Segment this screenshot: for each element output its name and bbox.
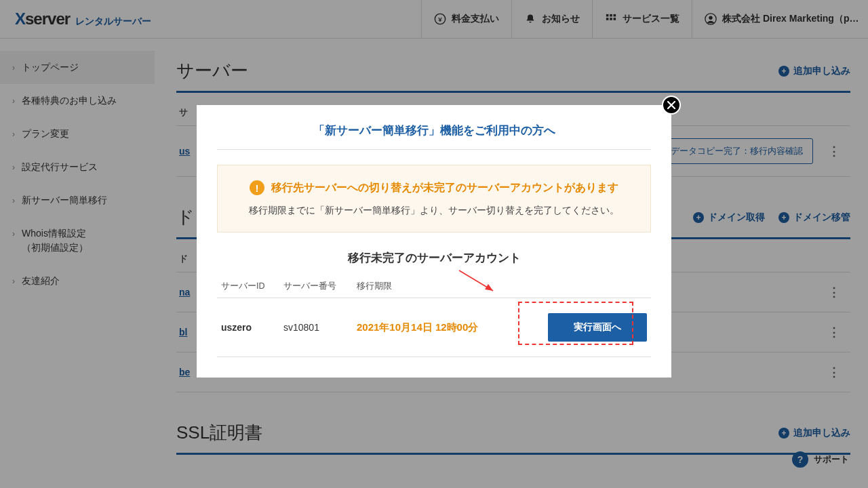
server-number: sv10801	[283, 322, 357, 333]
notice-headline: ! 移行先サーバーへの切り替えが未完了のサーバーアカウントがあります	[235, 180, 633, 195]
migration-modal: 「新サーバー簡単移行」機能をご利用中の方へ ! 移行先サーバーへの切り替えが未完…	[197, 105, 671, 378]
modal-table-header: サーバーID サーバー番号 移行期限	[217, 275, 651, 298]
warning-icon: !	[250, 180, 264, 195]
close-icon[interactable]	[662, 96, 681, 115]
server-id: uszero	[221, 322, 283, 333]
modal-title: 「新サーバー簡単移行」機能をご利用中の方へ	[217, 123, 651, 150]
notice-subtext: 移行期限までに「新サーバー簡単移行」より、サーバー切り替えを完了してください。	[235, 205, 633, 217]
modal-overlay[interactable]: 「新サーバー簡単移行」機能をご利用中の方へ ! 移行先サーバーへの切り替えが未完…	[0, 0, 868, 488]
notice-box: ! 移行先サーバーへの切り替えが未完了のサーバーアカウントがあります 移行期限ま…	[217, 165, 651, 232]
modal-subtitle: 移行未完了のサーバーアカウント	[217, 250, 651, 266]
modal-table-row: uszero sv10801 2021年10月14日 12時00分 実行画面へ	[217, 298, 651, 357]
execute-screen-button[interactable]: 実行画面へ	[548, 313, 647, 342]
migration-deadline: 2021年10月14日 12時00分	[357, 321, 548, 334]
